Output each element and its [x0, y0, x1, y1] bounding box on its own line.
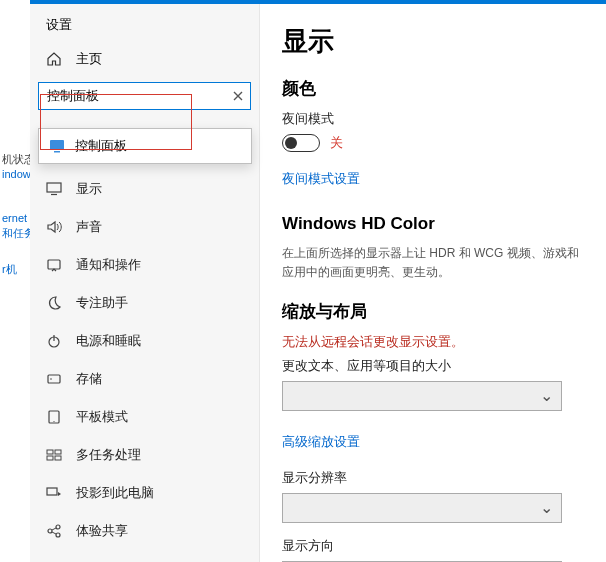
- notification-icon: [46, 258, 62, 272]
- svg-point-8: [53, 421, 54, 422]
- sidebar-item-shared[interactable]: 体验共享: [30, 512, 259, 550]
- sidebar-item-label: 存储: [76, 370, 102, 388]
- orientation-label: 显示方向: [282, 537, 582, 555]
- section-hdcolor-heading: Windows HD Color: [282, 214, 582, 234]
- main-content: 显示 颜色 夜间模式 关 夜间模式设置 Windows HD Color 在上面…: [262, 4, 606, 562]
- window-title: 设置: [30, 4, 259, 42]
- svg-rect-1: [54, 151, 60, 153]
- svg-rect-0: [50, 140, 64, 150]
- sidebar-item-label: 声音: [76, 218, 102, 236]
- sidebar-item-clipboard[interactable]: 剪贴板: [30, 550, 259, 562]
- search-field-wrap: [38, 82, 251, 110]
- nav-home[interactable]: 主页: [30, 42, 259, 76]
- suggestion-label: 控制面板: [75, 137, 127, 155]
- nav-home-label: 主页: [76, 50, 102, 68]
- section-scale-heading: 缩放与布局: [282, 300, 582, 323]
- night-mode-settings-link[interactable]: 夜间模式设置: [282, 170, 360, 188]
- section-color-heading: 颜色: [282, 77, 582, 100]
- svg-point-15: [56, 525, 60, 529]
- sidebar-item-label: 投影到此电脑: [76, 484, 154, 502]
- sidebar-item-multitasking[interactable]: 多任务处理: [30, 436, 259, 474]
- control-panel-icon: [49, 139, 65, 153]
- svg-rect-3: [48, 260, 60, 269]
- svg-rect-10: [55, 450, 61, 454]
- scale-dropdown[interactable]: [282, 381, 562, 411]
- svg-point-6: [50, 378, 52, 380]
- tablet-icon: [46, 410, 62, 424]
- svg-rect-9: [47, 450, 53, 454]
- svg-rect-2: [47, 183, 61, 192]
- sidebar-item-display[interactable]: 显示: [30, 170, 259, 208]
- svg-point-16: [56, 533, 60, 537]
- sidebar-item-tablet[interactable]: 平板模式: [30, 398, 259, 436]
- search-input[interactable]: [38, 82, 251, 110]
- resolution-dropdown[interactable]: [282, 493, 562, 523]
- project-icon: [46, 486, 62, 500]
- sound-icon: [46, 220, 62, 234]
- search-suggestion-popup: 控制面板: [38, 128, 252, 164]
- sidebar-item-notifications[interactable]: 通知和操作: [30, 246, 259, 284]
- night-mode-label: 夜间模式: [282, 110, 582, 128]
- svg-point-14: [48, 529, 52, 533]
- svg-rect-11: [47, 456, 53, 460]
- night-mode-toggle[interactable]: [282, 134, 320, 152]
- night-mode-state: 关: [330, 134, 343, 152]
- settings-sidebar: 设置 主页 控制面板 显示 声音 通知和操作: [30, 4, 260, 562]
- advanced-scaling-link[interactable]: 高级缩放设置: [282, 433, 360, 451]
- background-partial-window: 机状态 indows ernet 和任务 r机: [0, 0, 30, 562]
- sidebar-item-label: 通知和操作: [76, 256, 141, 274]
- sidebar-item-projecting[interactable]: 投影到此电脑: [30, 474, 259, 512]
- suggestion-item-control-panel[interactable]: 控制面板: [39, 129, 251, 163]
- storage-icon: [46, 372, 62, 386]
- scale-label: 更改文本、应用等项目的大小: [282, 357, 582, 375]
- sidebar-item-power[interactable]: 电源和睡眠: [30, 322, 259, 360]
- svg-rect-5: [48, 375, 60, 383]
- sidebar-item-label: 电源和睡眠: [76, 332, 141, 350]
- scale-remote-warning: 无法从远程会话更改显示设置。: [282, 333, 582, 351]
- share-icon: [46, 524, 62, 538]
- sidebar-item-label: 体验共享: [76, 522, 128, 540]
- display-icon: [46, 182, 62, 196]
- sidebar-item-label: 多任务处理: [76, 446, 141, 464]
- multitask-icon: [46, 448, 62, 462]
- sidebar-item-storage[interactable]: 存储: [30, 360, 259, 398]
- sidebar-item-sound[interactable]: 声音: [30, 208, 259, 246]
- sidebar-item-label: 显示: [76, 180, 102, 198]
- resolution-label: 显示分辨率: [282, 469, 582, 487]
- svg-rect-12: [55, 456, 61, 460]
- clear-icon[interactable]: [229, 87, 247, 105]
- sidebar-item-label: 平板模式: [76, 408, 128, 426]
- sidebar-item-focus-assist[interactable]: 专注助手: [30, 284, 259, 322]
- sidebar-nav: 显示 声音 通知和操作 专注助手 电源和睡眠 存储 平板模式 多任务处理: [30, 170, 259, 562]
- svg-rect-13: [47, 488, 57, 495]
- sidebar-item-label: 专注助手: [76, 294, 128, 312]
- moon-icon: [46, 295, 62, 311]
- home-icon: [46, 51, 62, 67]
- power-icon: [46, 333, 62, 349]
- page-title: 显示: [282, 24, 582, 59]
- hdcolor-description: 在上面所选择的显示器上让 HDR 和 WCG 视频、游戏和应用中的画面更明亮、更…: [282, 244, 582, 282]
